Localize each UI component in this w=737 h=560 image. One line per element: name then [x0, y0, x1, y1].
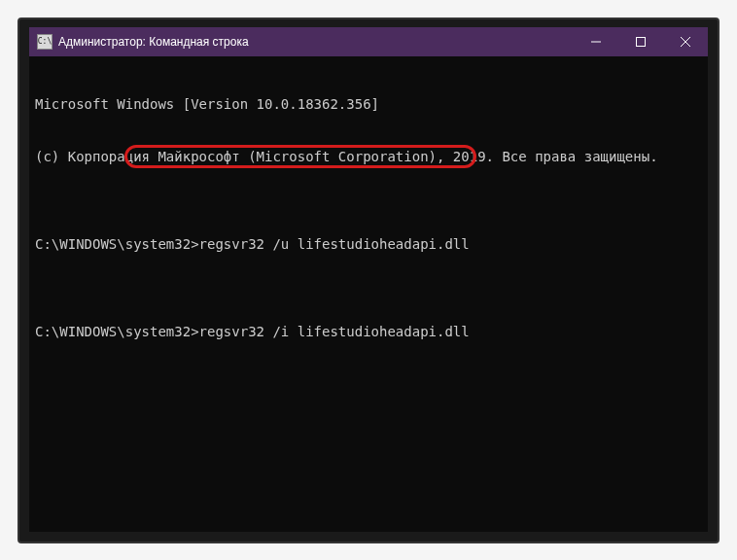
- window-title: Администратор: Командная строка: [58, 35, 249, 49]
- cmd-window: C:\ Администратор: Командная строка: [29, 27, 708, 532]
- close-button[interactable]: [663, 27, 708, 56]
- terminal-line: (c) Корпорация Майкрософт (Microsoft Cor…: [35, 148, 702, 165]
- titlebar[interactable]: C:\ Администратор: Командная строка: [29, 27, 708, 56]
- screenshot-frame: C:\ Администратор: Командная строка: [18, 18, 719, 543]
- cmd-icon-glyph: C:\: [38, 38, 52, 46]
- cmd-icon: C:\: [37, 34, 53, 50]
- svg-rect-1: [637, 38, 646, 47]
- terminal-area[interactable]: Microsoft Windows [Version 10.0.18362.35…: [29, 56, 708, 532]
- minimize-icon: [591, 37, 601, 47]
- terminal-line: Microsoft Windows [Version 10.0.18362.35…: [35, 95, 702, 113]
- maximize-button[interactable]: [618, 27, 663, 56]
- close-icon: [681, 37, 690, 47]
- maximize-icon: [636, 37, 646, 47]
- terminal-line: C:\WINDOWS\system32>regsvr32 /i lifestud…: [35, 323, 702, 340]
- terminal-line: C:\WINDOWS\system32>regsvr32 /u lifestud…: [35, 235, 702, 253]
- minimize-button[interactable]: [574, 27, 618, 56]
